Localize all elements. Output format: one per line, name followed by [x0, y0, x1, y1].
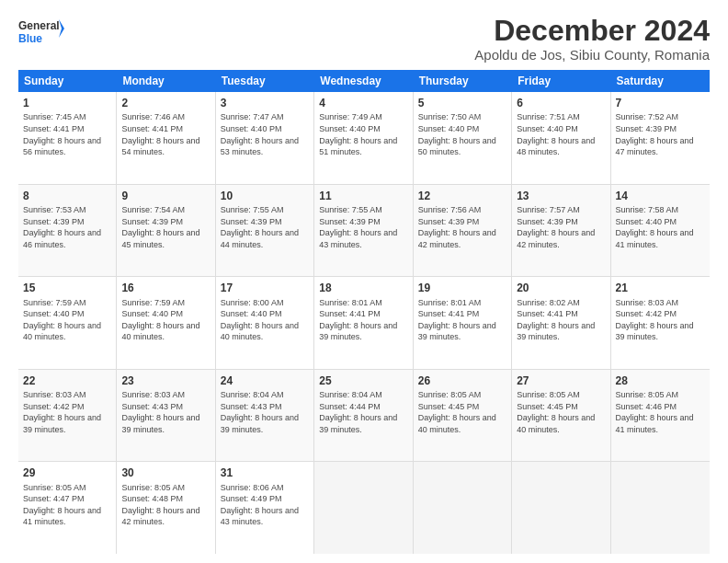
week-row-2: 8Sunrise: 7:53 AMSunset: 4:39 PMDaylight…: [18, 185, 710, 278]
cell-info: Sunrise: 7:59 AMSunset: 4:40 PMDaylight:…: [121, 297, 210, 343]
day-number: 24: [221, 373, 309, 388]
day-cell-26: 26Sunrise: 8:05 AMSunset: 4:45 PMDayligh…: [414, 370, 512, 462]
day-cell-8: 8Sunrise: 7:53 AMSunset: 4:39 PMDaylight…: [18, 185, 117, 277]
cell-info: Sunrise: 8:01 AMSunset: 4:41 PMDaylight:…: [418, 297, 506, 343]
subtitle: Apoldu de Jos, Sibiu County, Romania: [474, 47, 710, 63]
day-number: 18: [319, 281, 407, 295]
svg-text:Blue: Blue: [18, 32, 42, 45]
day-cell-6: 6Sunrise: 7:51 AMSunset: 4:40 PMDaylight…: [512, 92, 610, 184]
day-number: 17: [221, 281, 309, 295]
day-number: 13: [517, 189, 605, 203]
cell-info: Sunrise: 7:58 AMSunset: 4:40 PMDaylight:…: [616, 204, 705, 250]
day-number: 7: [616, 96, 705, 110]
day-cell-27: 27Sunrise: 8:05 AMSunset: 4:45 PMDayligh…: [512, 370, 610, 462]
header-day-friday: Friday: [512, 70, 610, 92]
header-day-monday: Monday: [117, 70, 215, 92]
header-day-wednesday: Wednesday: [314, 70, 413, 92]
cell-info: Sunrise: 8:06 AMSunset: 4:49 PMDaylight:…: [221, 482, 309, 528]
cell-info: Sunrise: 8:03 AMSunset: 4:43 PMDaylight:…: [121, 389, 210, 435]
cell-info: Sunrise: 7:45 AMSunset: 4:41 PMDaylight:…: [23, 111, 111, 157]
day-number: 26: [418, 373, 506, 388]
day-number: 25: [319, 373, 407, 388]
calendar-body: 1Sunrise: 7:45 AMSunset: 4:41 PMDaylight…: [18, 92, 710, 554]
day-number: 31: [221, 465, 309, 480]
day-number: 11: [319, 189, 407, 203]
cell-info: Sunrise: 7:52 AMSunset: 4:39 PMDaylight:…: [616, 111, 705, 157]
day-cell-1: 1Sunrise: 7:45 AMSunset: 4:41 PMDaylight…: [18, 92, 117, 184]
header: General Blue December 2024 Apoldu de Jos…: [18, 15, 710, 63]
empty-cell: [611, 462, 710, 554]
cell-info: Sunrise: 7:49 AMSunset: 4:40 PMDaylight:…: [319, 111, 407, 157]
day-number: 1: [23, 96, 111, 110]
day-cell-4: 4Sunrise: 7:49 AMSunset: 4:40 PMDaylight…: [314, 92, 413, 184]
cell-info: Sunrise: 7:56 AMSunset: 4:39 PMDaylight:…: [418, 204, 506, 250]
empty-cell: [414, 462, 512, 554]
day-number: 28: [616, 373, 705, 388]
cell-info: Sunrise: 8:04 AMSunset: 4:43 PMDaylight:…: [221, 389, 309, 435]
day-number: 30: [121, 465, 210, 480]
day-cell-7: 7Sunrise: 7:52 AMSunset: 4:39 PMDaylight…: [611, 92, 710, 184]
week-row-5: 29Sunrise: 8:05 AMSunset: 4:47 PMDayligh…: [18, 462, 710, 554]
logo-svg: General Blue: [18, 15, 64, 52]
day-number: 27: [517, 373, 605, 388]
header-day-saturday: Saturday: [611, 70, 710, 92]
day-cell-12: 12Sunrise: 7:56 AMSunset: 4:39 PMDayligh…: [414, 185, 512, 277]
cell-info: Sunrise: 8:03 AMSunset: 4:42 PMDaylight:…: [616, 297, 705, 343]
day-number: 23: [121, 373, 210, 388]
day-number: 21: [616, 281, 705, 295]
header-day-tuesday: Tuesday: [216, 70, 314, 92]
header-day-sunday: Sunday: [18, 70, 117, 92]
day-number: 3: [221, 96, 309, 110]
day-cell-23: 23Sunrise: 8:03 AMSunset: 4:43 PMDayligh…: [117, 370, 215, 462]
empty-cell: [512, 462, 610, 554]
day-cell-2: 2Sunrise: 7:46 AMSunset: 4:41 PMDaylight…: [117, 92, 215, 184]
day-cell-30: 30Sunrise: 8:05 AMSunset: 4:48 PMDayligh…: [117, 462, 215, 554]
main-title: December 2024: [474, 15, 710, 47]
day-cell-24: 24Sunrise: 8:04 AMSunset: 4:43 PMDayligh…: [216, 370, 314, 462]
title-block: December 2024 Apoldu de Jos, Sibiu Count…: [474, 15, 710, 63]
calendar-header: SundayMondayTuesdayWednesdayThursdayFrid…: [18, 70, 710, 92]
day-number: 16: [121, 281, 210, 295]
cell-info: Sunrise: 8:02 AMSunset: 4:41 PMDaylight:…: [517, 297, 605, 343]
logo: General Blue: [18, 15, 64, 52]
day-cell-18: 18Sunrise: 8:01 AMSunset: 4:41 PMDayligh…: [314, 277, 413, 369]
svg-marker-2: [59, 19, 64, 38]
day-cell-5: 5Sunrise: 7:50 AMSunset: 4:40 PMDaylight…: [414, 92, 512, 184]
day-cell-3: 3Sunrise: 7:47 AMSunset: 4:40 PMDaylight…: [216, 92, 314, 184]
day-cell-31: 31Sunrise: 8:06 AMSunset: 4:49 PMDayligh…: [216, 462, 314, 554]
cell-info: Sunrise: 8:00 AMSunset: 4:40 PMDaylight:…: [221, 297, 309, 343]
day-cell-16: 16Sunrise: 7:59 AMSunset: 4:40 PMDayligh…: [117, 277, 215, 369]
cell-info: Sunrise: 7:59 AMSunset: 4:40 PMDaylight:…: [23, 297, 111, 343]
day-number: 12: [418, 189, 506, 203]
day-number: 4: [319, 96, 407, 110]
day-number: 9: [121, 189, 210, 203]
cell-info: Sunrise: 8:05 AMSunset: 4:46 PMDaylight:…: [616, 389, 705, 435]
cell-info: Sunrise: 8:05 AMSunset: 4:45 PMDaylight:…: [418, 389, 506, 435]
week-row-4: 22Sunrise: 8:03 AMSunset: 4:42 PMDayligh…: [18, 370, 710, 463]
day-cell-9: 9Sunrise: 7:54 AMSunset: 4:39 PMDaylight…: [117, 185, 215, 277]
svg-text:General: General: [18, 19, 60, 32]
day-cell-11: 11Sunrise: 7:55 AMSunset: 4:39 PMDayligh…: [314, 185, 413, 277]
cell-info: Sunrise: 7:57 AMSunset: 4:39 PMDaylight:…: [517, 204, 605, 250]
cell-info: Sunrise: 7:53 AMSunset: 4:39 PMDaylight:…: [23, 204, 111, 250]
page: General Blue December 2024 Apoldu de Jos…: [0, 0, 728, 563]
day-number: 2: [121, 96, 210, 110]
day-cell-28: 28Sunrise: 8:05 AMSunset: 4:46 PMDayligh…: [611, 370, 710, 462]
cell-info: Sunrise: 7:47 AMSunset: 4:40 PMDaylight:…: [221, 111, 309, 157]
header-day-thursday: Thursday: [414, 70, 512, 92]
day-cell-17: 17Sunrise: 8:00 AMSunset: 4:40 PMDayligh…: [216, 277, 314, 369]
day-cell-19: 19Sunrise: 8:01 AMSunset: 4:41 PMDayligh…: [414, 277, 512, 369]
day-cell-15: 15Sunrise: 7:59 AMSunset: 4:40 PMDayligh…: [18, 277, 117, 369]
day-number: 6: [517, 96, 605, 110]
day-cell-13: 13Sunrise: 7:57 AMSunset: 4:39 PMDayligh…: [512, 185, 610, 277]
cell-info: Sunrise: 8:05 AMSunset: 4:47 PMDaylight:…: [23, 482, 111, 528]
cell-info: Sunrise: 8:05 AMSunset: 4:48 PMDaylight:…: [121, 482, 210, 528]
cell-info: Sunrise: 7:54 AMSunset: 4:39 PMDaylight:…: [121, 204, 210, 250]
cell-info: Sunrise: 7:46 AMSunset: 4:41 PMDaylight:…: [121, 111, 210, 157]
cell-info: Sunrise: 7:50 AMSunset: 4:40 PMDaylight:…: [418, 111, 506, 157]
day-cell-25: 25Sunrise: 8:04 AMSunset: 4:44 PMDayligh…: [314, 370, 413, 462]
day-number: 19: [418, 281, 506, 295]
day-number: 5: [418, 96, 506, 110]
day-cell-29: 29Sunrise: 8:05 AMSunset: 4:47 PMDayligh…: [18, 462, 117, 554]
day-cell-22: 22Sunrise: 8:03 AMSunset: 4:42 PMDayligh…: [18, 370, 117, 462]
